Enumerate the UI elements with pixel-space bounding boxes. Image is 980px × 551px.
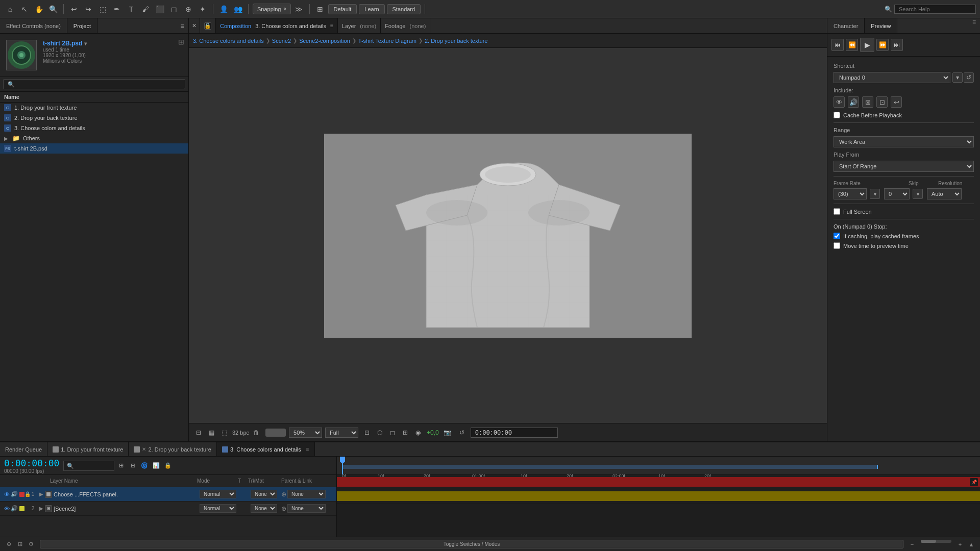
guides-icon[interactable]: ⊞: [400, 427, 411, 438]
breadcrumb-3[interactable]: Scene2-composition: [299, 38, 350, 44]
alpha-icon[interactable]: ⬚: [218, 427, 230, 438]
layer-search-input[interactable]: [63, 461, 114, 471]
text-tool-icon[interactable]: T: [125, 3, 137, 15]
zoom-in-timeline-icon[interactable]: +: [955, 540, 965, 549]
frame-include-icon[interactable]: ⊡: [876, 96, 888, 108]
layer-2-eye[interactable]: 👁: [4, 506, 10, 512]
breadcrumb-4[interactable]: T-shirt Texture Diagram: [358, 38, 416, 44]
timeline-icon[interactable]: ⊟: [193, 427, 204, 438]
layer-1-trk-select[interactable]: None: [251, 490, 277, 498]
color-icon[interactable]: ◉: [412, 427, 424, 438]
list-item-2[interactable]: C 2. Drop your back texture: [0, 113, 188, 123]
play-button[interactable]: ▶: [860, 38, 874, 52]
comp-marker-icon[interactable]: ⊞: [116, 461, 126, 471]
project-search-input[interactable]: [3, 79, 185, 89]
prev-frame-button[interactable]: ⏪: [846, 39, 858, 51]
home-icon[interactable]: ⌂: [4, 3, 16, 15]
composition-tab[interactable]: Composition 3. Choose colors and details…: [216, 18, 338, 33]
comp2-tab[interactable]: ✕ 2. Drop your back texture: [129, 442, 217, 456]
panel-menu-icon[interactable]: ≡: [176, 18, 188, 33]
folder-others[interactable]: ▶ 📁 Others: [0, 133, 188, 143]
layer-tab[interactable]: Layer (none): [338, 18, 381, 33]
list-item-3[interactable]: C 3. Choose colors and details: [0, 123, 188, 133]
skip-select[interactable]: 0 1 2: [884, 188, 910, 199]
track-1-pin[interactable]: 📌: [970, 478, 978, 486]
standard-button[interactable]: Standard: [387, 4, 421, 14]
hand-tool-icon[interactable]: ✋: [33, 3, 45, 15]
full-screen-checkbox[interactable]: [834, 208, 840, 215]
frame-rate-select[interactable]: (30) (24) (25) (60): [834, 188, 867, 199]
selection-icon[interactable]: ⬚: [96, 3, 109, 15]
skip-dropdown[interactable]: ▾: [913, 189, 923, 199]
add-marker-icon[interactable]: ⊕: [4, 540, 13, 549]
more-tools-icon[interactable]: ≫: [293, 3, 305, 15]
layer-row-1[interactable]: 👁 🔊 ◉ 🔒 1 ▶ Choose ...FFECTS panel. Norm…: [0, 487, 336, 502]
layer-2-mode-select[interactable]: Normal: [200, 504, 236, 513]
default-button[interactable]: Default: [328, 4, 357, 14]
layer-1-eye[interactable]: 👁: [4, 491, 10, 497]
list-item-1[interactable]: C 1. Drop your front texture: [0, 103, 188, 113]
overflow-include-icon[interactable]: ⊠: [862, 96, 873, 108]
zoom-tool-icon[interactable]: 🔍: [47, 3, 59, 15]
range-select[interactable]: Work Area Entire Composition Work Area E…: [834, 136, 974, 147]
next-frame-button[interactable]: ⏩: [876, 39, 889, 51]
pen-tool-icon[interactable]: ✒: [111, 3, 123, 15]
render-queue-tab[interactable]: Render Queue: [0, 442, 47, 456]
breadcrumb-5[interactable]: 2. Drop your back texture: [425, 38, 488, 44]
comp-close-btn[interactable]: ✕: [189, 18, 200, 33]
audio-include-icon[interactable]: 🔊: [848, 96, 859, 108]
cache-before-playback-checkbox[interactable]: [834, 112, 840, 118]
layer-2-parent-select[interactable]: None: [287, 504, 326, 513]
move-time-checkbox[interactable]: [834, 242, 840, 249]
layer-1-audio[interactable]: 🔊: [11, 491, 18, 497]
puppet-tool-icon[interactable]: ⊕: [182, 3, 194, 15]
fit-icon[interactable]: ⊡: [361, 427, 373, 438]
effect-controls-tab[interactable]: Effect Controls (none): [0, 18, 67, 33]
comp3-tab[interactable]: 3. Choose colors and details ≡: [217, 442, 315, 456]
toggle-switches-button[interactable]: Toggle Switches / Modes: [40, 540, 903, 548]
avatar-icon[interactable]: 👤: [217, 3, 230, 15]
quality-select[interactable]: Full Half Quarter: [325, 428, 358, 438]
shortcut-select[interactable]: Numpad 0 Space: [834, 72, 950, 83]
layer-2-trk-select[interactable]: None: [251, 504, 277, 513]
avatar2-icon[interactable]: 👥: [232, 3, 244, 15]
zoom-select[interactable]: 50% 100% 25% 75%: [289, 428, 322, 438]
breadcrumb-1[interactable]: 3. Choose colors and details: [193, 38, 264, 44]
comp-tab-menu[interactable]: ≡: [330, 23, 333, 29]
breadcrumb-2[interactable]: Scene2: [272, 38, 291, 44]
search-input[interactable]: [894, 5, 976, 14]
layer-1-mode-select[interactable]: Normal: [200, 490, 236, 498]
layer-row-2[interactable]: 👁 🔊 2 ▶ ⊞ [Scene2] Normal: [0, 502, 336, 516]
work-area-bar[interactable]: [342, 465, 878, 469]
eraser-tool-icon[interactable]: ◻: [168, 3, 180, 15]
shortcut-dropdown-icon[interactable]: ▾: [952, 72, 963, 83]
zoom-out-timeline-icon[interactable]: −: [908, 540, 917, 549]
layer-2-expand[interactable]: ▶: [39, 506, 43, 511]
graph-icon[interactable]: 📊: [151, 461, 161, 471]
mountain-icon[interactable]: ▲: [967, 540, 976, 549]
preview-tab[interactable]: Preview: [865, 18, 897, 33]
footage-tab[interactable]: Footage (none): [381, 18, 430, 33]
layer-1-parent-select[interactable]: None: [287, 490, 326, 498]
comp2-close[interactable]: ✕: [142, 446, 146, 452]
time-display[interactable]: 0:00:00:00: [4, 458, 59, 468]
undo-icon[interactable]: ↩: [68, 3, 80, 15]
regions-icon[interactable]: ⬡: [374, 427, 385, 438]
timecode-input[interactable]: [471, 428, 558, 438]
if-caching-checkbox[interactable]: [834, 233, 840, 239]
camera-icon[interactable]: 📷: [442, 427, 453, 438]
playhead[interactable]: [342, 457, 343, 474]
right-panel-menu[interactable]: ≡: [968, 18, 980, 33]
grid-view-icon[interactable]: ▦: [206, 427, 217, 438]
eye-include-icon[interactable]: 👁: [834, 96, 845, 108]
list-item-psd[interactable]: PS t-shirt 2B.psd: [0, 143, 188, 154]
skip-to-start-button[interactable]: ⏮: [831, 39, 844, 51]
timeline-zoom-slider[interactable]: [921, 540, 951, 543]
character-tab[interactable]: Character: [827, 18, 865, 33]
snapping-button[interactable]: Snapping ⌖: [253, 4, 291, 14]
arrow-include-icon[interactable]: ↩: [891, 96, 902, 108]
mask-icon[interactable]: ◻: [387, 427, 398, 438]
shortcut-reset-icon[interactable]: ↺: [964, 72, 974, 83]
project-tab[interactable]: Project: [67, 18, 97, 33]
skip-to-end-button[interactable]: ⏭: [891, 39, 903, 51]
